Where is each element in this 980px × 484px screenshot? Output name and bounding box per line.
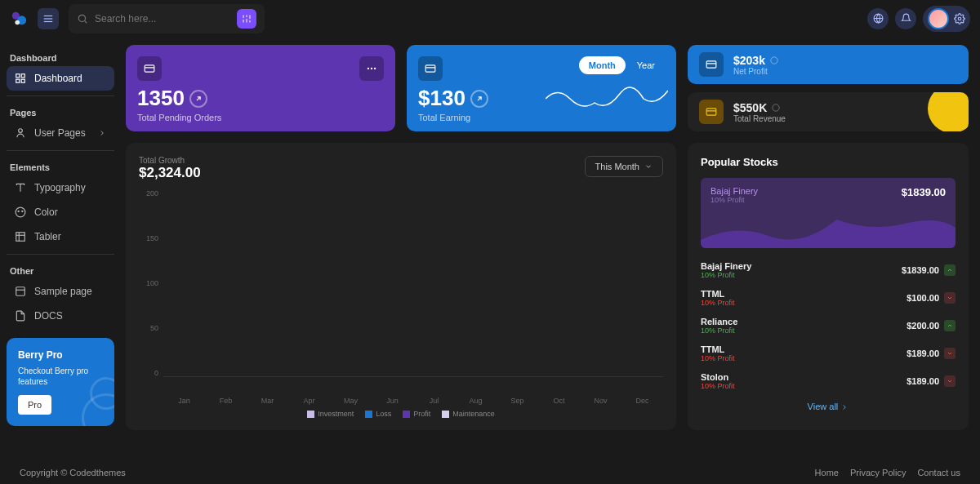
svg-point-2 bbox=[15, 20, 20, 24]
stock-name: Stolon bbox=[701, 372, 735, 382]
svg-point-23 bbox=[16, 207, 25, 217]
language-button[interactable] bbox=[867, 8, 889, 29]
gear-icon bbox=[954, 13, 965, 24]
nav-group-label: Pages bbox=[7, 101, 114, 121]
search-filter-button[interactable] bbox=[237, 9, 256, 29]
stock-value: $200.00 bbox=[906, 321, 939, 331]
trend-up-icon bbox=[189, 90, 207, 108]
svg-rect-18 bbox=[21, 74, 24, 78]
net-profit-value: $203k bbox=[733, 54, 765, 67]
nav-item-color[interactable]: Color bbox=[7, 200, 114, 224]
type-icon bbox=[15, 182, 26, 193]
view-all-link[interactable]: View all bbox=[701, 402, 956, 411]
revenue-value: $550K bbox=[733, 101, 767, 114]
stock-row[interactable]: Reliance10% Profit$200.00 bbox=[701, 312, 956, 340]
svg-point-34 bbox=[371, 68, 372, 69]
svg-point-42 bbox=[771, 56, 777, 63]
nav-item-sample-page[interactable]: Sample page bbox=[7, 279, 114, 304]
stock-row[interactable]: TTML10% Profit$100.00 bbox=[701, 284, 956, 312]
x-axis: JanFebMarAprMayJunJulAugSepOctNovDec bbox=[139, 397, 663, 405]
trend-up-icon bbox=[470, 90, 488, 108]
chart-period-select[interactable]: This Month bbox=[585, 156, 663, 177]
stock-name: TTML bbox=[701, 344, 735, 354]
chart-bars bbox=[163, 189, 663, 377]
nav-item-label: Dashboard bbox=[34, 73, 82, 84]
stock-row[interactable]: Stolon10% Profit$189.00 bbox=[701, 367, 956, 395]
sidebar: DashboardDashboardPagesUser PagesElement… bbox=[0, 37, 121, 461]
promo-card: Berry ProCheckout Berry pro featuresPro bbox=[7, 338, 114, 426]
bar-group bbox=[503, 189, 536, 376]
featured-sparkline bbox=[701, 207, 956, 248]
card-menu-button[interactable] bbox=[359, 56, 384, 81]
stock-sub: 10% Profit bbox=[701, 326, 737, 335]
promo-text: Checkout Berry pro features bbox=[18, 366, 103, 387]
sample-icon bbox=[15, 286, 26, 297]
nav-item-label: User Pages bbox=[34, 127, 86, 139]
footer-link[interactable]: Contact us bbox=[917, 468, 960, 477]
svg-line-7 bbox=[85, 20, 87, 23]
bar-group bbox=[418, 189, 451, 376]
nav-item-tabler[interactable]: Tabler bbox=[7, 224, 114, 249]
menu-toggle-button[interactable] bbox=[38, 8, 59, 29]
notification-button[interactable] bbox=[895, 8, 916, 29]
content: 1350 Total Pending Orders Month Year $13… bbox=[121, 37, 980, 461]
svg-rect-20 bbox=[16, 79, 20, 82]
stock-value: $100.00 bbox=[906, 293, 939, 303]
promo-button[interactable]: Pro bbox=[18, 395, 51, 415]
total-earning-card: Month Year $130 Total Earning bbox=[407, 45, 676, 131]
stock-row[interactable]: TTML10% Profit$189.00 bbox=[701, 340, 956, 367]
svg-rect-40 bbox=[706, 61, 716, 68]
chevron-right-icon bbox=[98, 129, 106, 137]
card-icon bbox=[418, 56, 443, 81]
promo-title: Berry Pro bbox=[18, 349, 103, 361]
profile-menu[interactable] bbox=[923, 6, 970, 32]
svg-point-16 bbox=[958, 17, 961, 20]
nav-item-typography[interactable]: Typography bbox=[7, 175, 114, 200]
stock-row[interactable]: Bajaj Finery10% Profit$1839.00 bbox=[701, 256, 956, 284]
stocks-title: Popular Stocks bbox=[701, 156, 956, 168]
earning-value: $130 bbox=[418, 86, 466, 111]
growth-chart-card: Total Growth $2,324.00 This Month 200150… bbox=[126, 143, 676, 430]
svg-point-6 bbox=[78, 15, 85, 21]
chart-legend: InvestmentLossProfitMaintenance bbox=[139, 410, 663, 418]
featured-stock: Bajaj Finery 10% Profit $1839.00 bbox=[701, 178, 956, 248]
bar-group bbox=[248, 189, 281, 376]
card-icon bbox=[699, 100, 724, 124]
month-button[interactable]: Month bbox=[579, 56, 626, 74]
svg-rect-31 bbox=[145, 65, 154, 72]
footer-link[interactable]: Privacy Policy bbox=[850, 468, 906, 477]
bar-group bbox=[206, 189, 238, 376]
stock-value: $189.00 bbox=[906, 349, 939, 358]
nav-group-label: Dashboard bbox=[7, 47, 114, 66]
year-button[interactable]: Year bbox=[627, 56, 665, 74]
featured-stock-value: $1839.00 bbox=[902, 186, 946, 198]
card-icon bbox=[699, 52, 724, 77]
footer-link[interactable]: Home bbox=[815, 468, 839, 477]
nav-item-dashboard[interactable]: Dashboard bbox=[7, 66, 114, 91]
svg-rect-43 bbox=[706, 109, 716, 115]
chart-value: $2,324.00 bbox=[139, 165, 201, 181]
bar-group bbox=[546, 189, 578, 376]
legend-item: Profit bbox=[403, 410, 430, 418]
logo bbox=[10, 10, 28, 28]
search-input[interactable] bbox=[95, 13, 230, 24]
nav-item-label: Color bbox=[34, 206, 58, 218]
header bbox=[0, 0, 980, 37]
bar-group bbox=[163, 189, 196, 376]
trend-down-icon bbox=[944, 348, 956, 359]
nav-item-docs[interactable]: DOCS bbox=[7, 304, 114, 328]
stock-value: $189.00 bbox=[906, 376, 939, 386]
legend-item: Loss bbox=[365, 410, 391, 418]
docs-icon bbox=[15, 310, 26, 322]
bar-group bbox=[461, 189, 493, 376]
bar-group bbox=[630, 189, 663, 376]
nav-item-user-pages[interactable]: User Pages bbox=[7, 121, 114, 145]
stock-name: Reliance bbox=[701, 317, 737, 326]
svg-rect-26 bbox=[16, 233, 25, 242]
copyright: Copyright © Codedthemes bbox=[20, 468, 126, 477]
trend-down-icon bbox=[944, 292, 956, 304]
svg-rect-17 bbox=[16, 74, 20, 78]
y-axis: 200150100500 bbox=[139, 189, 163, 393]
stock-sub: 10% Profit bbox=[701, 382, 735, 390]
header-actions bbox=[867, 6, 970, 32]
